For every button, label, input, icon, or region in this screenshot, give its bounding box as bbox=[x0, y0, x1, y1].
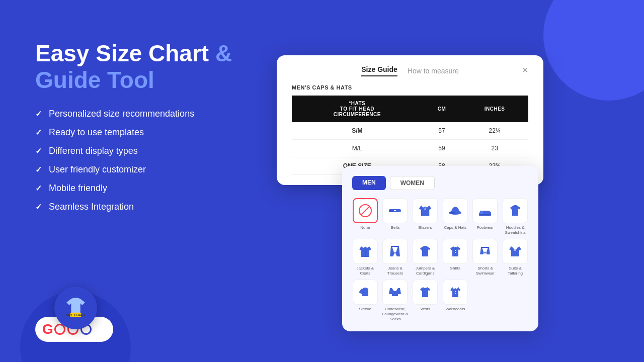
feature-label: User friendly customizer bbox=[49, 164, 146, 175]
tab-how-to-measure[interactable]: How to measure bbox=[408, 67, 459, 75]
product-title: MEN'S CAPS & HATS bbox=[292, 84, 528, 90]
category-none-label: None bbox=[360, 225, 370, 230]
feature-item: ✓ Mobile friendly bbox=[35, 183, 267, 194]
category-jumpers-label: Jumpers & Cardigans bbox=[412, 266, 438, 276]
svg-rect-16 bbox=[514, 249, 516, 251]
feature-item: ✓ Seamless Integration bbox=[35, 202, 267, 212]
category-grid: None Belts bbox=[352, 198, 528, 321]
svg-text:SIZE CHART: SIZE CHART bbox=[66, 313, 86, 317]
category-blazers[interactable]: Blazers bbox=[412, 198, 438, 235]
tab-size-guide[interactable]: Size Guide bbox=[361, 65, 397, 76]
category-caps[interactable]: Caps & Hats bbox=[442, 198, 468, 235]
category-none[interactable]: None bbox=[352, 198, 378, 235]
feature-item: ✓ Personalized size recommendations bbox=[35, 109, 267, 119]
check-icon: ✓ bbox=[35, 202, 42, 212]
category-shorts[interactable]: Shorts & Swimwear bbox=[472, 239, 499, 276]
floating-shirt-bubble: SIZE CHART bbox=[54, 287, 97, 329]
category-caps-label: Caps & Hats bbox=[444, 225, 466, 230]
category-footwear[interactable]: Footwear bbox=[472, 198, 499, 235]
category-icon-hoodies bbox=[503, 198, 528, 223]
category-belts[interactable]: Belts bbox=[382, 198, 409, 235]
feature-item: ✓ Different display types bbox=[35, 146, 267, 156]
svg-line-1 bbox=[361, 207, 369, 215]
svg-rect-4 bbox=[394, 210, 396, 211]
tab-women[interactable]: WOMEN bbox=[390, 176, 435, 190]
feature-label: Ready to use templates bbox=[49, 127, 144, 138]
feature-item: ✓ User friendly customizer bbox=[35, 164, 267, 175]
svg-rect-7 bbox=[479, 214, 491, 216]
size-cell: S/M bbox=[292, 122, 423, 140]
logo-letter: G bbox=[42, 321, 53, 337]
category-icon-shorts bbox=[472, 239, 498, 264]
category-vests-label: Vests bbox=[420, 307, 430, 312]
feature-label: Mobile friendly bbox=[49, 183, 107, 194]
size-table: *HATSTO FIT HEADCIRCUMFERENCE CM INCHES … bbox=[292, 96, 528, 175]
category-hoodies[interactable]: Hoodies & Sweatshirts bbox=[502, 198, 528, 235]
category-hoodies-label: Hoodies & Sweatshirts bbox=[502, 225, 528, 235]
check-icon: ✓ bbox=[35, 165, 42, 174]
headline-ampersand: & bbox=[215, 40, 232, 66]
category-jackets[interactable]: Jackets & Coats bbox=[352, 239, 378, 276]
category-shirts-label: Shirts bbox=[450, 266, 460, 271]
check-icon: ✓ bbox=[35, 128, 42, 137]
category-underwear-label: Underwear, Loungewear & Socks bbox=[382, 307, 409, 321]
inches-cell: 22¼ bbox=[461, 122, 528, 140]
svg-point-13 bbox=[455, 250, 456, 251]
cm-cell: 57 bbox=[423, 122, 461, 140]
svg-rect-8 bbox=[480, 211, 483, 214]
category-icon-vests bbox=[413, 280, 438, 305]
inches-cell: 23 bbox=[461, 140, 528, 157]
category-footwear-label: Footwear bbox=[477, 225, 494, 230]
close-button[interactable]: ✕ bbox=[522, 65, 528, 75]
card-header: Size Guide How to measure ✕ bbox=[292, 65, 528, 76]
category-suits[interactable]: Suits & Tailoring bbox=[502, 239, 528, 276]
category-icon-none bbox=[353, 198, 378, 223]
check-icon: ✓ bbox=[35, 184, 42, 193]
category-sleeve-label: Sleeve bbox=[359, 307, 371, 312]
category-underwear[interactable]: Underwear, Loungewear & Socks bbox=[382, 280, 409, 321]
headline-white: Easy Size Chart bbox=[35, 40, 215, 66]
table-header-cm: CM bbox=[423, 96, 461, 122]
feature-label: Personalized size recommendations bbox=[49, 109, 194, 119]
category-icon-blazers bbox=[413, 198, 438, 223]
feature-item: ✓ Ready to use templates bbox=[35, 127, 267, 138]
check-icon: ✓ bbox=[35, 146, 42, 156]
check-icon: ✓ bbox=[35, 109, 42, 119]
features-list: ✓ Personalized size recommendations ✓ Re… bbox=[35, 109, 267, 212]
category-icon-underwear bbox=[382, 280, 408, 305]
category-icon-suits bbox=[503, 239, 528, 264]
svg-rect-6 bbox=[449, 212, 455, 214]
category-icon-footwear bbox=[472, 198, 498, 223]
category-icon-caps bbox=[443, 198, 468, 223]
category-belts-label: Belts bbox=[391, 225, 400, 230]
table-row: M/L 59 23 bbox=[292, 140, 528, 157]
headline-blue: Guide Tool bbox=[35, 67, 154, 93]
gender-tabs: MEN WOMEN bbox=[352, 176, 528, 190]
category-jumpers[interactable]: Jumpers & Cardigans bbox=[412, 239, 438, 276]
category-jeans[interactable]: Jeans & Trousers bbox=[382, 239, 409, 276]
feature-label: Seamless Integration bbox=[49, 202, 134, 212]
right-panel: Size Guide How to measure ✕ MEN'S CAPS &… bbox=[262, 0, 644, 362]
left-panel: Easy Size Chart & Guide Tool ✓ Personali… bbox=[35, 40, 267, 220]
category-blazers-label: Blazers bbox=[419, 225, 432, 230]
category-icon-jumpers bbox=[413, 239, 438, 264]
category-jeans-label: Jeans & Trousers bbox=[382, 266, 409, 276]
category-shirts[interactable]: Shirts bbox=[442, 239, 468, 276]
feature-label: Different display types bbox=[49, 146, 138, 156]
category-shorts-label: Shorts & Swimwear bbox=[472, 266, 499, 276]
svg-point-17 bbox=[455, 291, 456, 292]
category-vests[interactable]: Vests bbox=[412, 280, 438, 321]
category-waistcoats-label: Waistcoats bbox=[445, 307, 465, 312]
category-card: MEN WOMEN None bbox=[342, 166, 538, 331]
category-icon-sleeve bbox=[353, 280, 378, 305]
category-waistcoats[interactable]: Waistcoats bbox=[442, 280, 468, 321]
svg-point-14 bbox=[455, 252, 456, 253]
table-header-size: *HATSTO FIT HEADCIRCUMFERENCE bbox=[292, 96, 423, 122]
category-icon-belts bbox=[382, 198, 408, 223]
category-suits-label: Suits & Tailoring bbox=[502, 266, 528, 276]
table-header-inches: INCHES bbox=[461, 96, 528, 122]
shirt-svg: SIZE CHART bbox=[62, 294, 90, 322]
category-sleeve[interactable]: Sleeve bbox=[352, 280, 378, 321]
cm-cell: 59 bbox=[423, 140, 461, 157]
tab-men[interactable]: MEN bbox=[352, 176, 386, 190]
